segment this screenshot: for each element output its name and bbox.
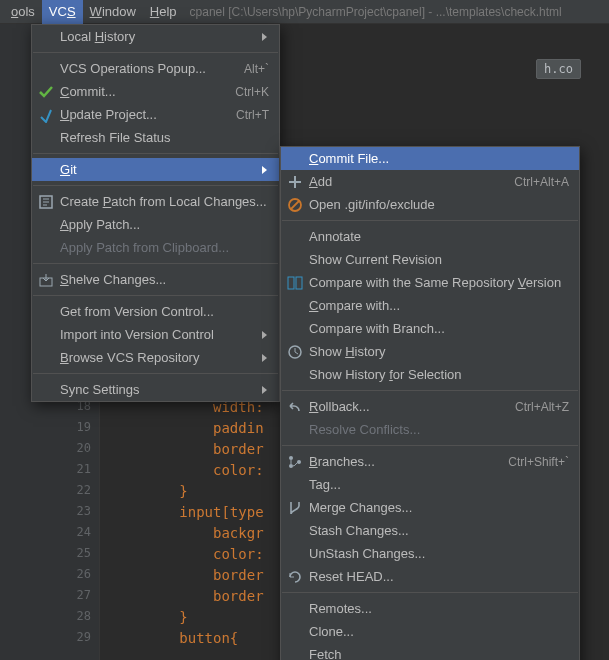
menu-item[interactable]: Show History for Selection — [281, 363, 579, 386]
menu-item-label: Import into Version Control — [60, 327, 214, 342]
menu-item[interactable]: Annotate — [281, 225, 579, 248]
menu-item[interactable]: Commit File... — [281, 147, 579, 170]
menu-item[interactable]: Sync Settings — [32, 378, 279, 401]
menu-item[interactable]: Reset HEAD... — [281, 565, 579, 588]
menu-item[interactable]: Show Current Revision — [281, 248, 579, 271]
menu-item-label: Show Current Revision — [309, 252, 442, 267]
menubar-item[interactable]: VCS — [42, 0, 83, 24]
menu-item-label: Browse VCS Repository — [60, 350, 199, 365]
menu-item[interactable]: Fetch — [281, 643, 579, 660]
menu-item[interactable]: Compare with Branch... — [281, 317, 579, 340]
menu-item[interactable]: Branches...Ctrl+Shift+` — [281, 450, 579, 473]
menu-item-label: Apply Patch... — [60, 217, 140, 232]
menu-item[interactable]: Get from Version Control... — [32, 300, 279, 323]
menu-item-label: Update Project... — [60, 107, 157, 122]
menu-item-label: Refresh File Status — [60, 130, 171, 145]
branch-icon — [287, 454, 303, 470]
menu-item: Apply Patch from Clipboard... — [32, 236, 279, 259]
menu-item[interactable]: Show History — [281, 340, 579, 363]
svg-rect-3 — [288, 277, 294, 289]
menu-item-label: Tag... — [309, 477, 341, 492]
line-number: 25 — [77, 546, 91, 560]
menu-item[interactable]: Compare with the Same Repository Version — [281, 271, 579, 294]
undo-icon — [287, 399, 303, 415]
menu-item-label: Rollback... — [309, 399, 370, 414]
menu-item-label: Get from Version Control... — [60, 304, 214, 319]
line-number: 24 — [77, 525, 91, 539]
line-number: 23 — [77, 504, 91, 518]
menu-item[interactable]: Open .git/info/exclude — [281, 193, 579, 216]
line-number: 29 — [77, 630, 91, 644]
menu-item-label: Show History for Selection — [309, 367, 461, 382]
line-number: 26 — [77, 567, 91, 581]
menu-item[interactable]: VCS Operations Popup...Alt+` — [32, 57, 279, 80]
code-line: color: — [154, 546, 264, 562]
line-number: 19 — [77, 420, 91, 434]
clock-icon — [287, 344, 303, 360]
menu-separator — [282, 220, 578, 221]
code-line: button{ — [154, 630, 238, 646]
menubar-item[interactable]: Help — [143, 0, 184, 24]
code-line: border — [154, 567, 264, 583]
menu-item-label: Commit... — [60, 84, 116, 99]
menu-item[interactable]: Rollback...Ctrl+Alt+Z — [281, 395, 579, 418]
menu-item[interactable]: UnStash Changes... — [281, 542, 579, 565]
menu-item-label: Add — [309, 174, 332, 189]
menu-item[interactable]: Commit...Ctrl+K — [32, 80, 279, 103]
submenu-arrow-icon — [261, 330, 269, 340]
menu-item[interactable]: Browse VCS Repository — [32, 346, 279, 369]
submenu-arrow-icon — [261, 353, 269, 363]
menu-item-label: Fetch — [309, 647, 342, 660]
menu-item-label: Reset HEAD... — [309, 569, 394, 584]
code-line: border — [154, 588, 264, 604]
submenu-arrow-icon — [261, 32, 269, 42]
menu-item[interactable]: Tag... — [281, 473, 579, 496]
line-number: 21 — [77, 462, 91, 476]
menu-shortcut: Ctrl+K — [235, 85, 269, 99]
menu-item-label: Git — [60, 162, 77, 177]
code-line: input[type — [154, 504, 264, 520]
diff-icon — [287, 275, 303, 291]
menu-item[interactable]: Shelve Changes... — [32, 268, 279, 291]
menu-item[interactable]: Import into Version Control — [32, 323, 279, 346]
code-line: border — [154, 441, 264, 457]
menu-item-label: Branches... — [309, 454, 375, 469]
menu-item[interactable]: Git — [32, 158, 279, 181]
line-number: 22 — [77, 483, 91, 497]
menu-item-label: Compare with Branch... — [309, 321, 445, 336]
menu-item[interactable]: Update Project...Ctrl+T — [32, 103, 279, 126]
menubar-item[interactable]: ools — [4, 0, 42, 24]
menu-shortcut: Ctrl+Alt+A — [514, 175, 569, 189]
menu-item[interactable]: AddCtrl+Alt+A — [281, 170, 579, 193]
code-line: paddin — [154, 420, 264, 436]
reset-icon — [287, 569, 303, 585]
submenu-arrow-icon — [261, 385, 269, 395]
menu-item-label: Resolve Conflicts... — [309, 422, 420, 437]
menu-item[interactable]: Stash Changes... — [281, 519, 579, 542]
menu-item[interactable]: Compare with... — [281, 294, 579, 317]
menu-shortcut: Ctrl+Alt+Z — [515, 400, 569, 414]
menu-item-label: Open .git/info/exclude — [309, 197, 435, 212]
menu-item[interactable]: Refresh File Status — [32, 126, 279, 149]
menu-separator — [282, 390, 578, 391]
menu-item-label: Merge Changes... — [309, 500, 412, 515]
menu-item[interactable]: Create Patch from Local Changes... — [32, 190, 279, 213]
menu-item[interactable]: Local History — [32, 25, 279, 48]
menu-item-label: VCS Operations Popup... — [60, 61, 206, 76]
menu-item-label: Annotate — [309, 229, 361, 244]
menu-item[interactable]: Merge Changes... — [281, 496, 579, 519]
menu-shortcut: Ctrl+T — [236, 108, 269, 122]
menu-item[interactable]: Apply Patch... — [32, 213, 279, 236]
menu-separator — [33, 295, 278, 296]
menu-separator — [33, 373, 278, 374]
menu-item[interactable]: Remotes... — [281, 597, 579, 620]
menubar-item[interactable]: Window — [83, 0, 143, 24]
menu-separator — [33, 263, 278, 264]
window-title: cpanel [C:\Users\hp\PycharmProject\cpane… — [190, 5, 562, 19]
badge: h.co — [536, 59, 581, 79]
menu-item[interactable]: Clone... — [281, 620, 579, 643]
menu-separator — [33, 153, 278, 154]
menu-item-label: Remotes... — [309, 601, 372, 616]
code-line: color: — [154, 462, 264, 478]
deny-icon — [287, 197, 303, 213]
